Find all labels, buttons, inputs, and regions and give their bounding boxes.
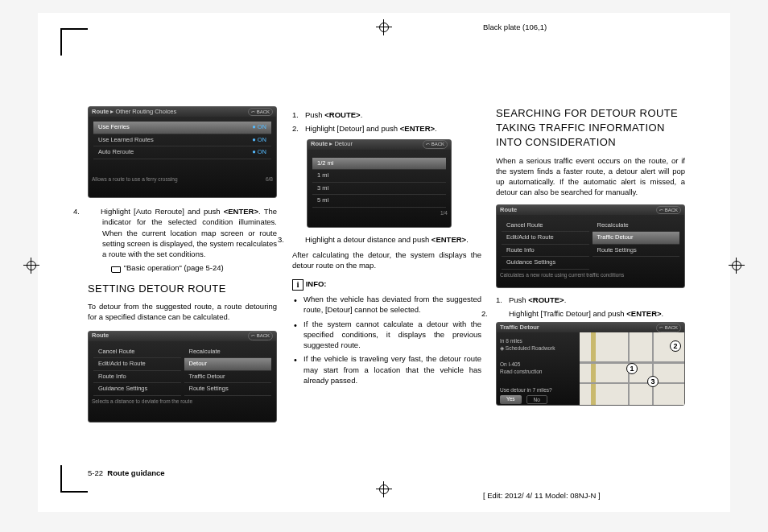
btn-recalculate[interactable]: Recalculate [593, 220, 680, 233]
btn-guidance[interactable]: Guidance Settings [93, 383, 181, 396]
back-button[interactable]: ⤺ BACK [423, 140, 448, 148]
btn-route-settings[interactable]: Route Settings [593, 245, 680, 258]
btn-guidance[interactable]: Guidance Settings [502, 257, 589, 270]
screenshot-detour-distance: Route ▸ Detour⤺ BACK 1/2 mi 1 mi 3 mi 5 … [307, 139, 452, 228]
btn-route-info[interactable]: Route Info [502, 245, 589, 258]
search-intro: When a serious traffic event occurs on t… [496, 155, 685, 198]
row-use-ferries[interactable]: Use Ferries● ON [93, 122, 271, 134]
step-3: 3.Highlight a detour distance and push <… [292, 234, 481, 245]
column-2: 1.Push <ROUTE>. 2.Highlight [Detour] and… [292, 106, 481, 389]
info-bullet-1: When the vehicle has deviated from the s… [303, 294, 481, 315]
step-1: 1.Push <ROUTE>. [292, 109, 481, 120]
screenshot-traffic-detour: Traffic Detour⤺ BACK In 8 miles ◈ Schedu… [496, 322, 685, 406]
page-ref: "Basic operation" (page 5-24) [110, 262, 277, 273]
btn-yes[interactable]: Yes [500, 395, 522, 404]
row-5mi[interactable]: 5 mi [312, 195, 446, 208]
btn-no[interactable]: No [526, 395, 547, 404]
column-1: Route ▸ Other Routing Choices⤺ BACK Use … [88, 106, 277, 423]
back-button[interactable]: ⤺ BACK [248, 108, 273, 116]
btn-edit-route[interactable]: Edit/Add to Route [502, 232, 589, 245]
row-auto-reroute[interactable]: Auto Reroute● ON [93, 146, 271, 159]
info-heading: i INFO: [292, 278, 481, 290]
plate-label: Black plate (106,1) [483, 23, 547, 31]
edit-label: [ Edit: 2012/ 4/ 11 Model: 08NJ-N ] [483, 491, 601, 500]
after-calc: After calculating the detour, the system… [292, 250, 481, 271]
back-button[interactable]: ⤺ BACK [656, 324, 681, 332]
btn-route-settings[interactable]: Route Settings [184, 383, 272, 396]
btn-route-info[interactable]: Route Info [93, 371, 181, 384]
screenshot-route-menu-2: Route⤺ BACK Cancel Route Edit/Add to Rou… [496, 204, 685, 288]
info-bullet-2: If the system cannot calculate a detour … [303, 319, 481, 351]
info-icon: i [292, 279, 303, 291]
btn-cancel-route[interactable]: Cancel Route [502, 220, 589, 233]
btn-cancel-route[interactable]: Cancel Route [93, 346, 181, 359]
btn-traffic-detour[interactable]: Traffic Detour [184, 371, 272, 384]
step-1b: 1.Push <ROUTE>. [496, 295, 685, 305]
row-3mi[interactable]: 3 mi [312, 183, 446, 196]
row-learned-routes[interactable]: Use Learned Routes● ON [93, 134, 271, 147]
row-1mi[interactable]: 1 mi [312, 170, 446, 183]
heading-setting-detour: SETTING DETOUR ROUTE [88, 282, 277, 296]
btn-edit-route[interactable]: Edit/Add to Route [93, 358, 181, 371]
row-half-mi[interactable]: 1/2 mi [312, 158, 446, 171]
btn-traffic-detour[interactable]: Traffic Detour [593, 232, 680, 245]
screenshot-routing-choices: Route ▸ Other Routing Choices⤺ BACK Use … [88, 106, 277, 198]
step-2: 2.Highlight [Detour] and push <ENTER>. [292, 123, 481, 134]
page-footer: 5-22 Route guidance [88, 468, 165, 477]
reference-icon [110, 265, 122, 273]
info-bullet-3: If the vehicle is traveling very fast, t… [303, 353, 481, 386]
btn-detour[interactable]: Detour [184, 358, 272, 371]
back-button[interactable]: ⤺ BACK [248, 332, 273, 340]
step-2b: 2.Highlight [Traffic Detour] and push <E… [496, 308, 685, 319]
btn-recalculate[interactable]: Recalculate [184, 346, 272, 359]
column-3: SEARCHING FOR DETOUR ROUTE TAKING TRAFFI… [496, 106, 685, 406]
back-button[interactable]: ⤺ BACK [656, 206, 681, 214]
screenshot-route-menu: Route⤺ BACK Cancel Route Edit/Add to Rou… [88, 331, 277, 423]
detour-intro: To detour from the suggested route, a ro… [88, 301, 277, 323]
step-4: 4.Highlight [Auto Reroute] and push <ENT… [88, 206, 277, 259]
heading-search-detour: SEARCHING FOR DETOUR ROUTE TAKING TRAFFI… [496, 106, 685, 151]
